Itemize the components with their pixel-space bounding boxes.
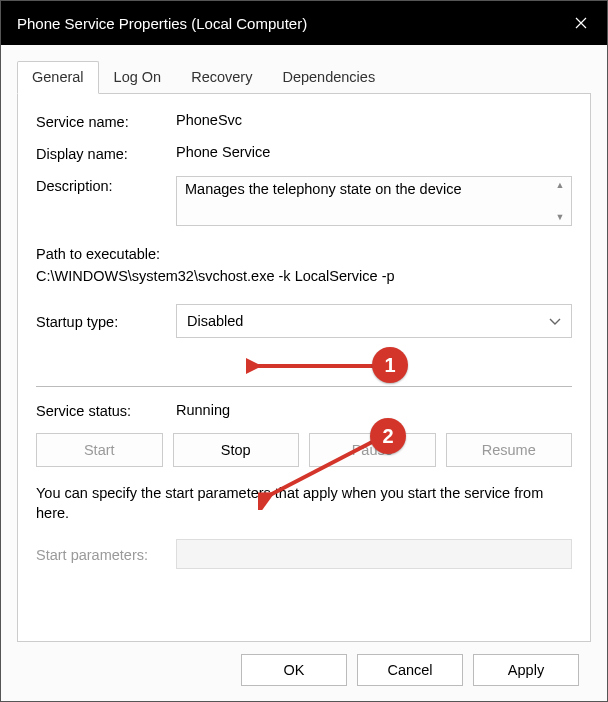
resume-button-label: Resume [482, 442, 536, 458]
titlebar[interactable]: Phone Service Properties (Local Computer… [1, 1, 607, 45]
tab-dependencies[interactable]: Dependencies [267, 61, 390, 93]
startup-type-value: Disabled [187, 313, 243, 329]
window-title: Phone Service Properties (Local Computer… [17, 15, 307, 32]
separator [36, 386, 572, 387]
tab-recovery-label: Recovery [191, 69, 252, 85]
apply-button[interactable]: Apply [473, 654, 579, 686]
path-value: C:\WINDOWS\system32\svchost.exe -k Local… [36, 266, 572, 288]
resume-button: Resume [446, 433, 573, 467]
ok-button-label: OK [284, 662, 305, 678]
cancel-button[interactable]: Cancel [357, 654, 463, 686]
client-area: General Log On Recovery Dependencies Ser… [1, 45, 607, 701]
start-button: Start [36, 433, 163, 467]
tab-dependencies-label: Dependencies [282, 69, 375, 85]
annotation-circle-1: 1 [372, 347, 408, 383]
annotation-2-label: 2 [382, 425, 393, 448]
path-label: Path to executable: [36, 244, 572, 266]
annotation-circle-2: 2 [370, 418, 406, 454]
close-icon [575, 17, 587, 29]
tab-general[interactable]: General [17, 61, 99, 94]
start-button-label: Start [84, 442, 115, 458]
properties-dialog: Phone Service Properties (Local Computer… [0, 0, 608, 702]
service-status-value: Running [176, 402, 230, 418]
tab-general-label: General [32, 69, 84, 85]
start-parameters-input [176, 539, 572, 569]
description-row: Description: Manages the telephony state… [36, 176, 572, 226]
ok-button[interactable]: OK [241, 654, 347, 686]
startup-type-select[interactable]: Disabled [176, 304, 572, 338]
tab-recovery[interactable]: Recovery [176, 61, 267, 93]
annotation-1-label: 1 [384, 354, 395, 377]
annotation-arrow-1 [246, 356, 386, 376]
general-panel: Service name: PhoneSvc Display name: Pho… [17, 94, 591, 642]
stop-button[interactable]: Stop [173, 433, 300, 467]
startup-row: Startup type: Disabled [36, 304, 572, 338]
description-scrollbar[interactable]: ▲ ▼ [549, 177, 571, 225]
close-button[interactable] [555, 1, 607, 45]
display-name-value: Phone Service [176, 144, 572, 160]
service-name-row: Service name: PhoneSvc [36, 112, 572, 130]
service-status-label: Service status: [36, 401, 176, 419]
service-status-row: Service status: Running [36, 401, 572, 419]
dialog-footer: OK Cancel Apply [13, 642, 595, 700]
start-parameters-row: Start parameters: [36, 539, 572, 569]
tab-logon-label: Log On [114, 69, 162, 85]
description-box[interactable]: Manages the telephony state on the devic… [176, 176, 572, 226]
tab-strip: General Log On Recovery Dependencies [17, 61, 591, 94]
tab-logon[interactable]: Log On [99, 61, 177, 93]
description-label: Description: [36, 176, 176, 194]
service-name-value: PhoneSvc [176, 112, 572, 128]
service-control-buttons: Start Stop Pause Resume [36, 433, 572, 467]
chevron-down-icon [549, 313, 561, 329]
apply-button-label: Apply [508, 662, 544, 678]
parameters-note: You can specify the start parameters tha… [36, 483, 572, 524]
path-block: Path to executable: C:\WINDOWS\system32\… [36, 244, 572, 288]
scroll-up-icon[interactable]: ▲ [556, 180, 565, 190]
start-parameters-label: Start parameters: [36, 545, 176, 563]
display-name-label: Display name: [36, 144, 176, 162]
description-text: Manages the telephony state on the devic… [185, 181, 462, 197]
startup-type-label: Startup type: [36, 312, 176, 330]
cancel-button-label: Cancel [387, 662, 432, 678]
service-name-label: Service name: [36, 112, 176, 130]
display-name-row: Display name: Phone Service [36, 144, 572, 162]
stop-button-label: Stop [221, 442, 251, 458]
scroll-down-icon[interactable]: ▼ [556, 212, 565, 222]
